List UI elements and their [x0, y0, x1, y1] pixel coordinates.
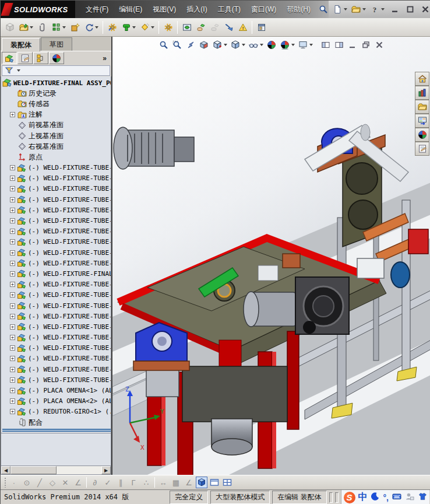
move-component-button[interactable]	[194, 20, 207, 34]
scroll-track[interactable]	[57, 466, 101, 474]
sketch-trim-button[interactable]: ✕	[59, 477, 71, 488]
tree-expander[interactable]: +	[10, 218, 15, 223]
menu-f[interactable]: 文件(F)	[81, 3, 113, 16]
attachment-button[interactable]	[36, 20, 49, 34]
tree-item[interactable]: +(-) WELD-FIXTURE-TUBE-MAC	[2, 290, 111, 300]
tree-filter[interactable]	[2, 65, 110, 76]
rotate-component-button[interactable]	[82, 20, 100, 34]
new-document-button[interactable]	[331, 3, 349, 16]
window-restore-button[interactable]	[404, 4, 417, 15]
view-orientation-button[interactable]	[212, 38, 228, 51]
tree-item[interactable]: +(-) WELD-FIXTURE-TUBE-LIN	[2, 163, 111, 173]
window-minimize-button[interactable]	[389, 4, 401, 15]
snap-parallel-button[interactable]: ∥	[115, 477, 126, 488]
tree-item[interactable]: +(-) PLACA OMENA<2> (AL606	[2, 396, 111, 407]
tree-expander[interactable]: +	[10, 345, 15, 351]
tree-item[interactable]: +(-) WELD-FIXTURE-TUBE-LIN	[2, 215, 111, 226]
sketch-polygon-button[interactable]: ◇	[47, 477, 58, 488]
tree-expander[interactable]: +	[10, 197, 15, 202]
tree-expander[interactable]: +	[10, 112, 15, 117]
tree-item[interactable]: +(-) WELD-FIXTURE-TUBE-LIN	[2, 374, 111, 385]
tree-root-item[interactable]: WELD-FIXTURE-FINAL ASSY_POS	[2, 78, 111, 88]
tray-soft-keyboard[interactable]	[392, 492, 401, 503]
property-manager-tab[interactable]	[17, 52, 33, 64]
previous-view-button[interactable]	[185, 38, 197, 51]
tree-expander[interactable]: +	[10, 314, 15, 319]
tree-split-handle[interactable]	[2, 429, 111, 432]
component-pattern-button[interactable]	[50, 20, 68, 34]
tree-item[interactable]: +(-) WELD-FIXTURE-FINAL AS	[2, 268, 111, 279]
graphics-area[interactable]: Z Y X	[111, 37, 430, 475]
scroll-right-button[interactable]: ▶	[101, 466, 111, 474]
show-hidden-components-button[interactable]	[180, 20, 193, 34]
tree-horizontal-scrollbar[interactable]: ◀ ▶	[1, 466, 111, 475]
section-view-button[interactable]	[198, 38, 210, 51]
tree-expander[interactable]: +	[10, 409, 15, 414]
tray-sogou-logo[interactable]: S	[344, 492, 355, 503]
tree-expander[interactable]: +	[10, 367, 15, 372]
mate-button[interactable]	[119, 20, 138, 34]
move-with-triad-button[interactable]	[105, 20, 119, 34]
sketch-line-button[interactable]: ╱	[34, 477, 45, 488]
zoom-to-area-button[interactable]	[171, 38, 184, 51]
tray-skin-tshirt[interactable]	[417, 492, 427, 503]
tree-expander[interactable]: +	[10, 388, 15, 393]
tree-expander[interactable]: +	[10, 356, 15, 361]
tree-item[interactable]: +(-) REDUTOR-GIRO<1> (.)	[2, 407, 111, 417]
tree-expander[interactable]: +	[10, 398, 15, 404]
feature-manager-tab[interactable]	[2, 52, 17, 64]
tree-item[interactable]: 右视基准面	[2, 141, 111, 152]
tree-item[interactable]: +(-) WELD-FIXTURE-TUBE-LIN	[2, 194, 111, 205]
shaded-cube-button[interactable]	[196, 477, 207, 488]
help-button[interactable]: ?	[368, 3, 386, 16]
smart-fasteners-button[interactable]	[68, 20, 82, 34]
menu-t[interactable]: 工具(T)	[213, 3, 245, 16]
tree-item[interactable]: +(-) WELD-FIXTURE-TUBE-LIN	[2, 258, 111, 268]
panel-tab-sketch[interactable]: 草图	[41, 37, 72, 51]
scroll-left-button[interactable]: ◀	[1, 466, 10, 474]
tree-expander[interactable]: +	[10, 324, 15, 330]
sketch-angle-snap-button[interactable]: ∠	[72, 477, 84, 488]
smart-explode-button[interactable]	[222, 20, 235, 34]
tree-item[interactable]: +(-) WELD-FIXTURE-TUBE-MAC	[2, 311, 111, 321]
tree-item[interactable]: 历史记录	[2, 88, 111, 99]
display-manager-tab[interactable]	[49, 52, 64, 64]
tree-item[interactable]: +(-) WELD-FIXTURE-TUBE-LIN	[2, 247, 111, 258]
tree-expander[interactable]: +	[10, 261, 15, 266]
tree-item[interactable]: 配合	[2, 417, 111, 428]
restore-document-button[interactable]	[360, 38, 372, 51]
view-settings-button[interactable]	[297, 38, 314, 51]
tree-expander[interactable]: +	[10, 208, 15, 213]
minimize-document-button[interactable]	[347, 38, 359, 51]
tray-user-account[interactable]	[404, 492, 414, 503]
hide-show-items-button[interactable]	[248, 38, 265, 51]
apply-scene-button[interactable]	[279, 38, 296, 51]
tree-expander[interactable]: +	[10, 186, 15, 191]
tree-expander[interactable]: +	[10, 176, 15, 181]
tree-item[interactable]: +(-) WELD-FIXTURE-TUBE-LIN	[2, 237, 111, 247]
open-document-button[interactable]	[350, 3, 368, 16]
menu-e[interactable]: 编辑(E)	[114, 3, 147, 16]
taskpane-file-explorer-button[interactable]	[415, 100, 429, 114]
configuration-manager-tab[interactable]	[33, 52, 48, 64]
tree-expander[interactable]: +	[10, 250, 15, 256]
tree-item[interactable]: +(-) WELD-FIXTURE-TUBE-LIN	[2, 321, 111, 332]
pane-split-right-button[interactable]	[333, 38, 346, 51]
tree-expander[interactable]: +	[10, 292, 15, 298]
tree-item[interactable]: 传感器	[2, 99, 111, 109]
tree-item[interactable]: +(-) WELD-FIXTURE-TUBE-LIN	[2, 364, 111, 374]
taskpane-custom-properties-button[interactable]	[415, 142, 429, 156]
sketch-point-button[interactable]: ·	[8, 477, 20, 488]
manager-overflow-chevron[interactable]: »	[103, 54, 110, 62]
snap-angle-button[interactable]: ∠	[183, 477, 195, 488]
menu-i[interactable]: 插入(I)	[182, 3, 212, 16]
tree-item[interactable]: 原点	[2, 152, 111, 162]
snap-points-button[interactable]: ∴	[140, 477, 152, 488]
taskpane-view-palette-button[interactable]	[415, 114, 429, 128]
tree-expander[interactable]: +	[10, 229, 15, 234]
taskpane-appearances-scenes-button[interactable]	[415, 128, 429, 142]
tree-item[interactable]: +(-) WELD-FIXTURE-TUBE-MAC	[2, 300, 111, 311]
tree-expander[interactable]: +	[10, 282, 15, 287]
tree-expander[interactable]: +	[10, 303, 15, 309]
taskpane-design-library-button[interactable]	[415, 86, 429, 100]
